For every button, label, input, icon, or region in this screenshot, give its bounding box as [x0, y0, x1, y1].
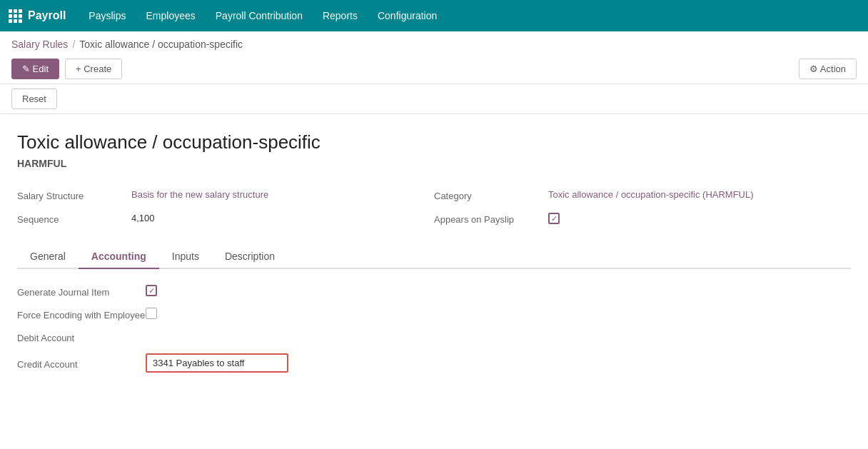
tab-general[interactable]: General — [17, 245, 79, 269]
tab-accounting[interactable]: Accounting — [79, 245, 159, 269]
debit-account-row: Debit Account — [17, 326, 851, 349]
breadcrumb: Salary Rules / Toxic allowance / occupat… — [0, 31, 868, 54]
sequence-value: 4,100 — [131, 213, 155, 223]
top-navigation: Payroll Payslips Employees Payroll Contr… — [0, 0, 868, 31]
app-brand[interactable]: Payroll — [9, 9, 66, 23]
force-encoding-label: Force Encoding with Employee — [17, 308, 146, 321]
tab-description[interactable]: Description — [212, 245, 288, 269]
grid-icon — [9, 9, 22, 23]
appears-on-payslip-row: Appears on Payslip ✓ — [434, 207, 851, 231]
primary-toolbar: ✎ Edit + Create ⚙ Action — [0, 54, 868, 84]
create-button[interactable]: + Create — [65, 59, 122, 79]
nav-employees[interactable]: Employees — [138, 6, 204, 26]
category-label: Category — [434, 189, 548, 201]
nav-payslips[interactable]: Payslips — [80, 6, 134, 26]
breadcrumb-current: Toxic allowance / occupation-specific — [79, 39, 243, 50]
category-row: Category Toxic allowance / occupation-sp… — [434, 183, 851, 207]
main-content: Toxic allowance / occupation-specific HA… — [0, 114, 868, 388]
edit-button[interactable]: ✎ Edit — [11, 59, 59, 79]
breadcrumb-parent[interactable]: Salary Rules — [11, 39, 68, 50]
credit-account-row: Credit Account 3341 Payables to staff — [17, 349, 851, 377]
nav-payroll-contribution[interactable]: Payroll Contribution — [207, 6, 311, 26]
debit-account-label: Debit Account — [17, 331, 146, 343]
app-name: Payroll — [28, 9, 66, 22]
reset-button[interactable]: Reset — [11, 89, 57, 109]
breadcrumb-separator: / — [72, 39, 75, 50]
tab-inputs[interactable]: Inputs — [159, 245, 212, 269]
credit-account-label: Credit Account — [17, 357, 146, 370]
salary-structure-row: Salary Structure Basis for the new salar… — [17, 183, 434, 207]
generate-journal-checkbox[interactable]: ✓ — [146, 285, 157, 296]
accounting-tab-content: Generate Journal Item ✓ Force Encoding w… — [17, 269, 851, 388]
sequence-label: Sequence — [17, 213, 131, 225]
salary-structure-label: Salary Structure — [17, 189, 131, 201]
secondary-toolbar: Reset — [0, 84, 868, 114]
record-subtitle: HARMFUL — [17, 158, 851, 169]
category-value[interactable]: Toxic allowance / occupation-specific (H… — [548, 189, 754, 200]
nav-menu: Payslips Employees Payroll Contribution … — [80, 6, 445, 26]
record-title: Toxic allowance / occupation-specific — [17, 131, 851, 153]
field-grid: Salary Structure Basis for the new salar… — [17, 183, 851, 231]
appears-on-payslip-checkbox[interactable]: ✓ — [548, 213, 560, 224]
force-encoding-row: Force Encoding with Employee — [17, 303, 851, 326]
force-encoding-checkbox[interactable] — [146, 308, 157, 319]
action-button[interactable]: ⚙ Action — [799, 59, 857, 79]
sequence-row: Sequence 4,100 — [17, 207, 434, 231]
salary-structure-value[interactable]: Basis for the new salary structure — [131, 189, 268, 200]
nav-reports[interactable]: Reports — [314, 6, 366, 26]
generate-journal-label: Generate Journal Item — [17, 285, 146, 298]
appears-on-payslip-label: Appears on Payslip — [434, 213, 548, 225]
nav-configuration[interactable]: Configuration — [369, 6, 445, 26]
generate-journal-row: Generate Journal Item ✓ — [17, 281, 851, 303]
tabs: General Accounting Inputs Description — [17, 245, 851, 269]
credit-account-value[interactable]: 3341 Payables to staff — [146, 353, 288, 373]
